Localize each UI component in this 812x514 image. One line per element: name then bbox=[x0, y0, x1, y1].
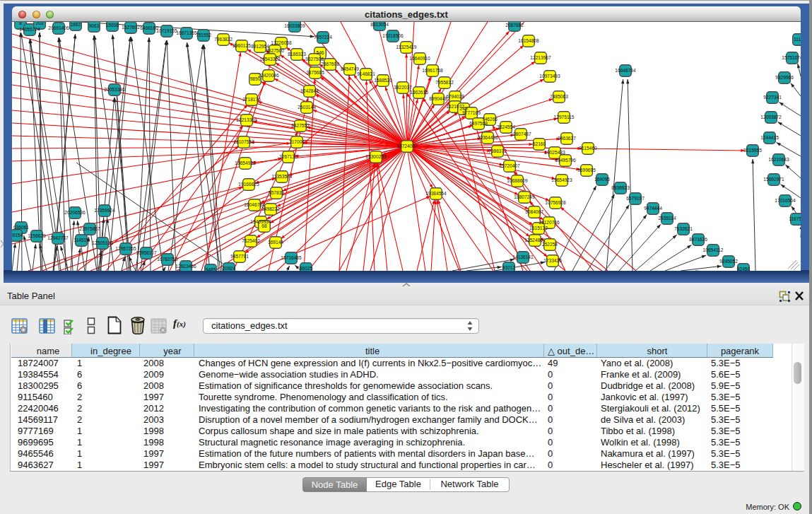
svg-text:10654112: 10654112 bbox=[703, 247, 724, 252]
svg-text:23975867: 23975867 bbox=[79, 226, 100, 231]
svg-text:62160: 62160 bbox=[533, 141, 546, 146]
svg-text:6794028: 6794028 bbox=[446, 94, 464, 99]
svg-text:9327500: 9327500 bbox=[266, 48, 284, 53]
svg-text:17359924: 17359924 bbox=[94, 208, 115, 213]
svg-text:8990448: 8990448 bbox=[429, 96, 447, 101]
svg-text:3267130: 3267130 bbox=[279, 154, 298, 159]
svg-text:1527602: 1527602 bbox=[122, 25, 140, 30]
svg-text:8471626: 8471626 bbox=[689, 237, 707, 242]
svg-text:252254: 252254 bbox=[542, 242, 558, 247]
svg-text:16107553: 16107553 bbox=[233, 139, 254, 144]
svg-text:2087682: 2087682 bbox=[505, 23, 524, 28]
svg-text:3875685: 3875685 bbox=[306, 70, 324, 75]
svg-text:1244415: 1244415 bbox=[760, 135, 779, 140]
svg-text:7386372: 7386372 bbox=[488, 148, 507, 153]
svg-text:12505135: 12505135 bbox=[92, 240, 113, 245]
svg-text:169144: 169144 bbox=[268, 240, 283, 245]
svg-text:2603144: 2603144 bbox=[298, 105, 316, 110]
svg-text:10958107: 10958107 bbox=[136, 250, 157, 255]
svg-text:8186323: 8186323 bbox=[288, 52, 306, 57]
svg-text:203: 203 bbox=[35, 22, 43, 25]
svg-text:10973493: 10973493 bbox=[539, 74, 560, 78]
svg-text:20053346: 20053346 bbox=[104, 87, 125, 92]
svg-text:17957255: 17957255 bbox=[115, 246, 136, 251]
svg-text:19384554: 19384554 bbox=[425, 191, 447, 196]
svg-text:22420046: 22420046 bbox=[258, 73, 279, 78]
svg-text:7963822: 7963822 bbox=[214, 37, 233, 42]
svg-text:16033809: 16033809 bbox=[284, 23, 305, 28]
svg-text:164095: 164095 bbox=[594, 177, 610, 182]
svg-text:92450: 92450 bbox=[737, 267, 751, 271]
svg-text:16154808: 16154808 bbox=[518, 38, 539, 43]
svg-text:19654923: 19654923 bbox=[551, 177, 572, 182]
svg-text:7625402: 7625402 bbox=[242, 238, 260, 243]
svg-text:1733426: 1733426 bbox=[543, 258, 562, 263]
svg-text:9329966: 9329966 bbox=[775, 75, 794, 80]
svg-text:9227341: 9227341 bbox=[763, 95, 782, 100]
svg-text:13226058: 13226058 bbox=[271, 40, 292, 45]
svg-text:10807487: 10807487 bbox=[510, 132, 531, 136]
svg-text:9063: 9063 bbox=[89, 23, 100, 28]
svg-text:16648784: 16648784 bbox=[615, 68, 636, 73]
svg-text:12942737: 12942737 bbox=[47, 235, 69, 240]
svg-text:1862: 1862 bbox=[71, 22, 81, 27]
svg-text:16640910: 16640910 bbox=[409, 56, 430, 61]
svg-text:751552: 751552 bbox=[196, 33, 211, 37]
svg-text:12923466: 12923466 bbox=[175, 264, 196, 269]
svg-text:19218506: 19218506 bbox=[382, 33, 404, 38]
svg-text:14055724: 14055724 bbox=[19, 27, 40, 32]
svg-text:15716485: 15716485 bbox=[281, 255, 302, 260]
svg-text:1588520: 1588520 bbox=[374, 78, 392, 83]
svg-text:93212: 93212 bbox=[502, 265, 516, 270]
svg-text:12093872: 12093872 bbox=[760, 115, 782, 119]
svg-text:317004: 317004 bbox=[289, 139, 305, 144]
svg-text:17016504: 17016504 bbox=[775, 198, 796, 203]
svg-text:10756928: 10756928 bbox=[545, 200, 566, 205]
svg-text:114519: 114519 bbox=[73, 238, 89, 243]
svg-text:11325419: 11325419 bbox=[396, 45, 417, 49]
svg-text:12213967: 12213967 bbox=[530, 55, 551, 60]
svg-text:8427552: 8427552 bbox=[291, 123, 310, 128]
svg-text:18724007: 18724007 bbox=[396, 144, 418, 148]
svg-text:12975115: 12975115 bbox=[554, 115, 575, 119]
svg-text:3824554: 3824554 bbox=[497, 124, 515, 129]
svg-text:8454749: 8454749 bbox=[341, 66, 359, 71]
svg-text:20691406: 20691406 bbox=[48, 25, 69, 30]
svg-text:9777169: 9777169 bbox=[462, 110, 481, 115]
svg-text:19166825: 19166825 bbox=[238, 182, 259, 187]
svg-text:68: 68 bbox=[261, 223, 267, 228]
svg-text:39154: 39154 bbox=[12, 233, 23, 238]
svg-text:9215955: 9215955 bbox=[743, 148, 762, 153]
svg-text:10719155: 10719155 bbox=[156, 28, 177, 33]
svg-text:2867608: 2867608 bbox=[321, 62, 339, 66]
svg-text:635061: 635061 bbox=[13, 225, 29, 230]
svg-text:9084067: 9084067 bbox=[525, 209, 543, 214]
svg-text:2718176: 2718176 bbox=[242, 97, 261, 102]
svg-text:86025: 86025 bbox=[300, 266, 313, 271]
svg-text:15692971: 15692971 bbox=[763, 177, 784, 182]
svg-text:1615132: 1615132 bbox=[529, 226, 548, 230]
svg-text:16782759: 16782759 bbox=[157, 257, 178, 262]
svg-text:9115460: 9115460 bbox=[579, 146, 597, 151]
svg-text:1362615: 1362615 bbox=[410, 90, 428, 95]
svg-text:15409934: 15409934 bbox=[250, 219, 271, 224]
svg-text:18300295: 18300295 bbox=[365, 154, 387, 159]
svg-text:16671355: 16671355 bbox=[176, 30, 197, 35]
svg-text:12213369: 12213369 bbox=[236, 117, 257, 122]
svg-text:8938923: 8938923 bbox=[611, 185, 630, 190]
svg-text:1117: 1117 bbox=[794, 37, 801, 42]
svg-text:546: 546 bbox=[316, 50, 324, 55]
svg-text:16543362: 16543362 bbox=[259, 57, 281, 62]
svg-text:8960125: 8960125 bbox=[233, 43, 251, 48]
svg-text:8813054: 8813054 bbox=[370, 22, 389, 27]
svg-text:15936: 15936 bbox=[106, 23, 119, 28]
svg-text:7485063: 7485063 bbox=[550, 94, 568, 99]
svg-text:7632621: 7632621 bbox=[674, 226, 693, 231]
svg-text:2935114: 2935114 bbox=[658, 216, 676, 221]
svg-text:14136141: 14136141 bbox=[512, 255, 534, 259]
svg-text:6466160: 6466160 bbox=[140, 25, 158, 30]
svg-text:9245052: 9245052 bbox=[719, 259, 738, 264]
svg-text:9242848: 9242848 bbox=[300, 88, 319, 93]
svg-text:3822037: 3822037 bbox=[394, 85, 412, 90]
svg-text:1156829: 1156829 bbox=[28, 233, 46, 238]
